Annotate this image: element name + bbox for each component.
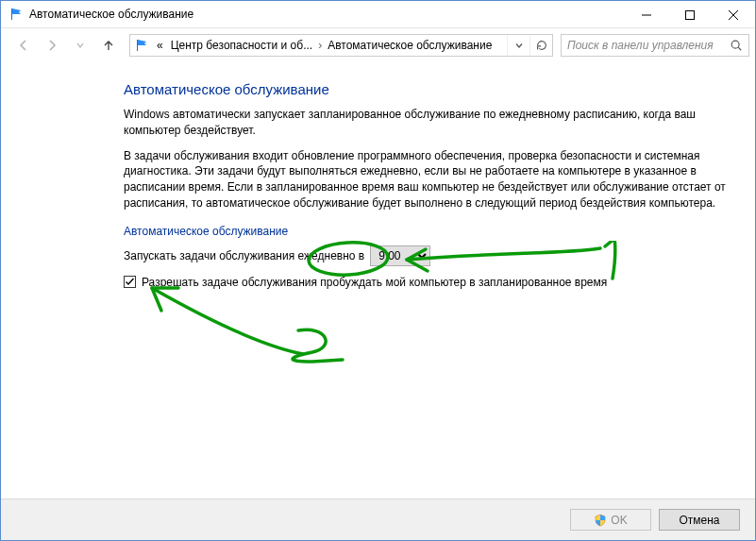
ok-button[interactable]: OK [570, 509, 651, 531]
breadcrumb-item-maintenance[interactable]: Автоматическое обслуживание [324, 39, 496, 52]
shield-icon [594, 514, 607, 527]
window-controls [625, 1, 755, 27]
minimize-button[interactable] [625, 1, 668, 29]
search-bar [561, 34, 749, 57]
wake-checkbox-label: Разрешать задаче обслуживания пробуждать… [142, 276, 607, 289]
page-title: Автоматическое обслуживание [124, 81, 736, 97]
navbar: « Центр безопасности и об... › Автоматич… [1, 28, 755, 62]
svg-line-7 [738, 47, 741, 50]
schedule-row: Запускать задачи обслуживания ежедневно … [124, 245, 736, 266]
address-dropdown[interactable] [507, 35, 529, 56]
svg-point-6 [731, 41, 739, 48]
flag-icon [134, 38, 149, 53]
cancel-button[interactable]: Отмена [659, 509, 740, 531]
intro-paragraph-1: Windows автоматически запускает запланир… [124, 107, 728, 139]
maximize-button[interactable] [668, 1, 712, 29]
checkbox-icon[interactable] [124, 276, 136, 288]
breadcrumb-prefix[interactable]: « [153, 39, 167, 52]
svg-rect-2 [686, 11, 695, 20]
refresh-button[interactable] [529, 35, 552, 56]
intro-paragraph-2: В задачи обслуживания входит обновление … [124, 148, 728, 211]
time-select[interactable]: 9:00 [370, 245, 430, 266]
wake-checkbox-row[interactable]: Разрешать задаче обслуживания пробуждать… [124, 276, 736, 289]
titlebar: Автоматическое обслуживание [1, 0, 755, 28]
forward-button[interactable] [39, 32, 65, 59]
main-content: Автоматическое обслуживание Windows авто… [1, 62, 755, 289]
back-button[interactable] [10, 32, 37, 59]
svg-rect-5 [137, 40, 138, 51]
recent-dropdown[interactable] [67, 32, 93, 59]
window-title: Автоматическое обслуживание [29, 8, 625, 21]
chevron-right-icon[interactable]: › [316, 39, 324, 52]
search-input[interactable] [562, 39, 724, 52]
search-icon[interactable] [724, 35, 748, 56]
section-label: Автоматическое обслуживание [124, 225, 736, 238]
bottom-bar: OK Отмена [1, 499, 755, 540]
close-button[interactable] [712, 1, 755, 29]
schedule-label: Запускать задачи обслуживания ежедневно … [124, 249, 364, 262]
ok-label: OK [611, 514, 627, 527]
cancel-label: Отмена [679, 514, 719, 527]
up-button[interactable] [95, 32, 122, 59]
address-bar[interactable]: « Центр безопасности и об... › Автоматич… [129, 34, 553, 57]
flag-icon [8, 7, 24, 22]
breadcrumb-item-security[interactable]: Центр безопасности и об... [167, 39, 316, 52]
svg-rect-0 [11, 8, 12, 20]
